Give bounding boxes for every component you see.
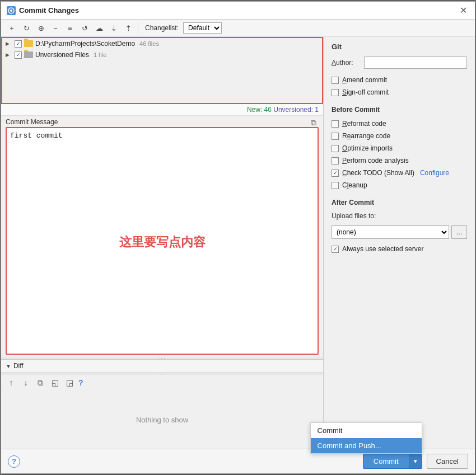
toolbar-undo-btn[interactable]: ↺: [78, 22, 91, 34]
toolbar-upload-btn[interactable]: ☁: [93, 22, 105, 34]
diff-empty-text: Nothing to show: [136, 416, 188, 424]
diff-content: Nothing to show: [1, 391, 323, 449]
option-always-use-server: ✓ Always use selected server: [332, 244, 467, 253]
code-analysis-label: Perform code analysis: [342, 157, 409, 164]
diff-toolbar: ↑ ↓ ⧉ ◱ ◲ ?: [1, 375, 323, 391]
file-tree-item-2[interactable]: ▶ ✓ Unversioned Files 1 file: [2, 49, 322, 60]
toolbar-down-btn[interactable]: ⇣: [108, 22, 120, 34]
file-count-2: 1 file: [94, 51, 106, 58]
rearrange-checkbox[interactable]: [332, 133, 339, 140]
diff-down-btn[interactable]: ↓: [20, 377, 31, 388]
option-optimize: Optimize imports: [332, 144, 467, 153]
toolbar-add-btn[interactable]: +: [6, 22, 18, 34]
diff-right-btn[interactable]: ◲: [64, 377, 75, 388]
file-tree-item-1[interactable]: ▶ ✓ D:\PycharmProjects\ScoketDemo 46 fil…: [2, 38, 322, 49]
checkbox-2[interactable]: ✓: [15, 51, 22, 59]
changelist-label: Changelist:: [145, 24, 179, 32]
option-cleanup: Cleanup: [332, 181, 467, 190]
title-bar: Commit Changes ✕: [1, 2, 475, 20]
cleanup-checkbox[interactable]: [332, 182, 339, 189]
check-todo-label: Check TODO (Show All): [342, 169, 414, 177]
cancel-button[interactable]: Cancel: [427, 454, 468, 469]
status-new: New: 46: [247, 106, 272, 114]
dropdown-commit[interactable]: Commit: [311, 423, 422, 438]
always-use-server-checkbox[interactable]: ✓: [332, 246, 339, 253]
amend-commit-label: Amend commit: [342, 76, 387, 84]
cleanup-label: Cleanup: [342, 181, 367, 189]
file-tree: ▶ ✓ D:\PycharmProjects\ScoketDemo 46 fil…: [1, 37, 323, 104]
commit-dropdown-menu: Commit Commit and Push...: [310, 422, 422, 454]
toolbar: + ↻ ⊕ − ≡ ↺ ☁ ⇣ ⇡ Changelist: Default: [1, 20, 475, 37]
author-input[interactable]: [364, 57, 467, 69]
configure-link[interactable]: Configure: [420, 169, 449, 177]
upload-select[interactable]: (none): [332, 225, 449, 239]
code-analysis-checkbox[interactable]: [332, 157, 339, 164]
svg-point-1: [10, 10, 12, 12]
sign-off-checkbox[interactable]: [332, 89, 339, 96]
toolbar-minus-btn[interactable]: −: [49, 22, 62, 34]
checkbox-1[interactable]: ✓: [15, 40, 22, 48]
file-label-1: D:\PycharmProjects\ScoketDemo: [35, 40, 135, 48]
dialog-title: Commit Changes: [19, 6, 79, 15]
commit-split-container: Commit ▼ Commit Commit and Push...: [363, 454, 422, 469]
option-reformat: Reformat code: [332, 119, 467, 128]
optimize-checkbox[interactable]: [332, 145, 339, 152]
sign-off-label: Sign-off commit: [342, 88, 389, 96]
status-unversioned: Unversioned: 1: [273, 106, 319, 114]
status-bar: New: 46 Unversioned: 1: [1, 104, 323, 116]
toolbar-up-btn[interactable]: ⇡: [122, 22, 134, 34]
upload-browse-btn[interactable]: ...: [451, 225, 467, 239]
diff-label: Diff: [13, 362, 24, 370]
commit-message-section: Commit Message ⧉ first commit 这里要写点内容: [1, 116, 323, 357]
diff-section: ▼ Diff ↑ ↓ ⧉ ◱ ◲ ? Nothing to show: [1, 359, 323, 449]
diff-copy-btn[interactable]: ⧉: [35, 377, 46, 388]
reformat-checkbox[interactable]: [332, 120, 339, 128]
check-todo-checkbox[interactable]: ✓: [332, 170, 339, 177]
commit-split-btn: Commit ▼: [363, 454, 422, 469]
toolbar-list-btn[interactable]: ≡: [64, 22, 76, 34]
toolbar-separator: [138, 23, 138, 33]
close-button[interactable]: ✕: [458, 6, 469, 15]
title-bar-left: Commit Changes: [7, 6, 79, 15]
author-row: Author:: [332, 57, 467, 69]
commit-dropdown-arrow[interactable]: ▼: [409, 454, 422, 468]
help-button[interactable]: ?: [8, 455, 20, 468]
commit-message-label: Commit Message: [6, 118, 58, 126]
main-content: ▶ ✓ D:\PycharmProjects\ScoketDemo 46 fil…: [1, 37, 475, 449]
upload-row: (none) ...: [332, 225, 467, 239]
changelist-select[interactable]: Default: [183, 22, 222, 34]
diff-collapse-btn[interactable]: ▼: [6, 363, 11, 369]
diff-help-btn[interactable]: ?: [78, 378, 83, 387]
footer: ? Commit ▼ Commit Commit and Push... Can…: [1, 449, 475, 473]
amend-commit-checkbox[interactable]: [332, 77, 339, 84]
option-sign-off: Sign-off commit: [332, 88, 467, 97]
option-code-analysis: Perform code analysis: [332, 156, 467, 165]
diff-left-btn[interactable]: ◱: [49, 377, 60, 388]
commit-changes-dialog: Commit Changes ✕ + ↻ ⊕ − ≡ ↺ ☁ ⇣ ⇡ Chang…: [1, 1, 475, 474]
option-amend-commit: Amend commit: [332, 76, 467, 84]
upload-label: Upload files to:: [332, 212, 467, 220]
folder-icon-1: [24, 40, 33, 47]
rearrange-label: Rearrange code: [342, 132, 390, 140]
diff-up-btn[interactable]: ↑: [6, 377, 17, 388]
file-label-2: Unversioned Files: [35, 51, 89, 59]
author-label: Author:: [332, 59, 360, 67]
after-commit-title: After Commit: [332, 199, 467, 206]
expand-arrow-1[interactable]: ▶: [6, 41, 12, 46]
dropdown-commit-push[interactable]: Commit and Push...: [311, 438, 422, 453]
option-check-todo: ✓ Check TODO (Show All) Configure: [332, 168, 467, 177]
expand-arrow-2[interactable]: ▶: [6, 52, 12, 58]
left-panel: ▶ ✓ D:\PycharmProjects\ScoketDemo 46 fil…: [1, 37, 324, 449]
toolbar-plus-btn[interactable]: ⊕: [35, 22, 47, 34]
git-section-title: Git: [332, 43, 467, 51]
dialog-icon: [7, 6, 16, 15]
commit-message-wrapper: first commit 这里要写点内容: [1, 127, 323, 357]
folder-icon-2: [24, 51, 33, 58]
commit-main-button[interactable]: Commit: [363, 454, 409, 468]
optimize-label: Optimize imports: [342, 144, 393, 152]
commit-message-input[interactable]: first commit: [6, 127, 319, 355]
copy-button[interactable]: ⧉: [311, 118, 316, 128]
file-count-1: 46 files: [139, 40, 159, 47]
toolbar-refresh-btn[interactable]: ↻: [20, 22, 32, 34]
option-rearrange: Rearrange code: [332, 131, 467, 140]
